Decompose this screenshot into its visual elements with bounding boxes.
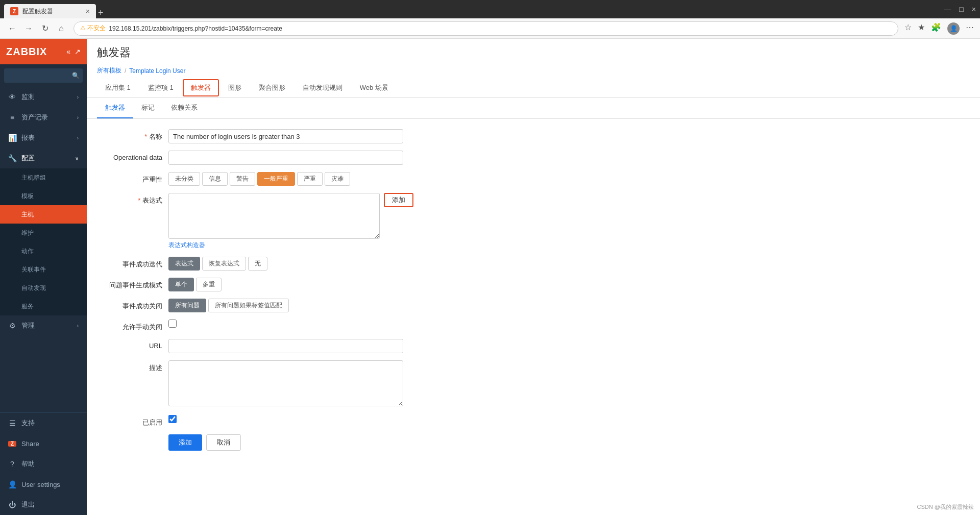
add-expression-button[interactable]: 添加 [384, 193, 413, 207]
submit-button[interactable]: 添加 [168, 434, 202, 451]
event-success-none[interactable]: 无 [248, 257, 267, 271]
settings-menu-icon[interactable]: ⋯ [966, 22, 974, 35]
sidebar-item-host-groups[interactable]: 主机群组 [0, 168, 87, 187]
form-row-severity: 严重性 未分类 信息 警告 一般严重 严重 灾难 [97, 172, 960, 186]
severity-warning[interactable]: 警告 [230, 172, 255, 186]
logo-controls: « ↗ [66, 47, 81, 56]
event-success-expression[interactable]: 表达式 [168, 257, 200, 271]
sidebar-item-label: 管理 [21, 321, 72, 330]
maximize-button[interactable]: □ [959, 5, 963, 13]
description-textarea[interactable] [168, 360, 403, 406]
main-content: 触发器 所有模板 / Template Login User 应用集 1 监控项… [87, 39, 980, 515]
tab-poly-graphs[interactable]: 聚合图形 [251, 79, 293, 97]
severity-buttons: 未分类 信息 警告 一般严重 严重 灾难 [168, 172, 413, 186]
action-buttons: 添加 取消 [97, 434, 960, 451]
url-input[interactable] [168, 339, 403, 353]
breadcrumb-template[interactable]: Template Login User [129, 67, 185, 75]
tab-discovery-rules[interactable]: 自动发现规则 [295, 79, 351, 97]
user-profile-icon[interactable]: 👤 [947, 22, 960, 35]
browser-tabs: Z 配置触发器 × + [4, 0, 104, 18]
chevron-down-icon: ∨ [75, 156, 79, 161]
sidebar-item-config[interactable]: 🔧 配置 ∨ [0, 148, 87, 168]
sub-item-label: 自动发现 [21, 284, 46, 292]
address-url: 192.168.15.201/zabbix/triggers.php?hosti… [109, 25, 282, 32]
sidebar-item-reports[interactable]: 📊 报表 › [0, 128, 87, 148]
sidebar-item-maintenance[interactable]: 维护 [0, 224, 87, 242]
secondary-tab-dependencies[interactable]: 依赖关系 [163, 98, 206, 118]
problem-mode-multiple[interactable]: 多重 [196, 278, 222, 291]
tab-graphs[interactable]: 图形 [220, 79, 250, 97]
tab-close-button[interactable]: × [86, 7, 90, 15]
logout-icon: ⏻ [8, 501, 16, 509]
close-button[interactable]: × [972, 5, 976, 13]
sidebar-collapse-icon[interactable]: « [66, 47, 70, 56]
manual-close-checkbox[interactable] [168, 320, 177, 328]
sidebar-item-services[interactable]: 服务 [0, 297, 87, 315]
severity-high[interactable]: 严重 [297, 172, 323, 186]
sidebar-item-monitoring[interactable]: 👁 监测 › [0, 87, 87, 107]
sidebar-search-input[interactable] [4, 68, 83, 83]
severity-info[interactable]: 信息 [202, 172, 228, 186]
secondary-tab-triggers[interactable]: 触发器 [97, 98, 133, 118]
back-button[interactable]: ← [6, 22, 18, 35]
collections-icon[interactable]: ★ [918, 22, 925, 35]
sub-item-label: 主机 [21, 210, 34, 219]
sidebar-item-event-correlation[interactable]: 关联事件 [0, 260, 87, 279]
expression-textarea[interactable] [168, 193, 380, 239]
expression-builder-link[interactable]: 表达式构造器 [168, 241, 205, 249]
event-close-all[interactable]: 所有问题 [168, 299, 206, 312]
enabled-checkbox[interactable] [168, 415, 177, 423]
sidebar-item-support[interactable]: ☰ 支持 [0, 413, 87, 433]
sidebar-item-auto-discovery[interactable]: 自动发现 [0, 279, 87, 297]
form-container: 名称 Operational data 严重性 未分类 信息 [87, 119, 980, 515]
name-input[interactable] [168, 129, 403, 143]
page-header: 触发器 所有模板 / Template Login User 应用集 1 监控项… [87, 39, 980, 98]
refresh-button[interactable]: ↻ [39, 22, 51, 35]
address-bar[interactable]: ⚠ 不安全 192.168.15.201/zabbix/triggers.php… [74, 21, 898, 36]
tab-web-scenarios[interactable]: Web 场景 [352, 79, 397, 97]
severity-average[interactable]: 一般严重 [257, 172, 295, 186]
sidebar-item-help[interactable]: ? 帮助 [0, 454, 87, 474]
tab-title: 配置触发器 [22, 7, 53, 16]
severity-unclassified[interactable]: 未分类 [168, 172, 200, 186]
problem-mode-single[interactable]: 单个 [168, 278, 194, 291]
sub-item-label: 动作 [21, 247, 34, 256]
breadcrumb-all-templates[interactable]: 所有模板 [97, 66, 121, 75]
enabled-control [168, 415, 413, 423]
sidebar-item-actions[interactable]: 动作 [0, 242, 87, 260]
minimize-button[interactable]: — [944, 5, 951, 13]
bookmark-star-icon[interactable]: ☆ [904, 22, 912, 35]
help-icon: ? [8, 460, 16, 468]
sidebar-item-hosts[interactable]: 主机 [0, 205, 87, 224]
cancel-button[interactable]: 取消 [206, 434, 241, 451]
sidebar-bottom: ☰ 支持 Z Share ? 帮助 👤 User settings ⏻ 退出 [0, 412, 87, 515]
sidebar-item-assets[interactable]: ≡ 资产记录 › [0, 107, 87, 128]
tab-app-sets[interactable]: 应用集 1 [97, 79, 139, 97]
form-row-expression: 表达式 添加 表达式构造器 [97, 193, 960, 250]
tab-triggers[interactable]: 触发器 [183, 79, 219, 96]
home-button[interactable]: ⌂ [55, 22, 67, 35]
sidebar-expand-icon[interactable]: ↗ [75, 47, 81, 56]
sidebar-item-admin[interactable]: ⚙ 管理 › [0, 315, 87, 336]
severity-disaster[interactable]: 灾难 [325, 172, 350, 186]
security-warning-icon: ⚠ 不安全 [80, 24, 106, 33]
operational-data-input[interactable] [168, 151, 403, 165]
event-success-recovery[interactable]: 恢复表达式 [202, 257, 246, 271]
secondary-tab-tags[interactable]: 标记 [133, 98, 163, 118]
sidebar-item-label: 报表 [21, 133, 72, 142]
browser-tab-active[interactable]: Z 配置触发器 × [4, 4, 96, 18]
sidebar-item-logout[interactable]: ⏻ 退出 [0, 495, 87, 515]
sidebar: ZABBIX « ↗ 🔍 👁 监测 › ≡ 资产记录 › [0, 39, 87, 515]
problem-mode-buttons: 单个 多重 [168, 278, 413, 291]
sidebar-item-share[interactable]: Z Share [0, 433, 87, 454]
sub-item-label: 主机群组 [21, 174, 46, 182]
sidebar-item-templates[interactable]: 模板 [0, 187, 87, 205]
new-tab-button[interactable]: + [98, 8, 104, 18]
extensions-icon[interactable]: 🧩 [931, 22, 941, 35]
event-close-tags[interactable]: 所有问题如果标签值匹配 [208, 299, 289, 312]
sidebar-item-user-settings[interactable]: 👤 User settings [0, 474, 87, 495]
form-row-event-success: 事件成功迭代 表达式 恢复表达式 无 [97, 257, 960, 271]
tab-monitors[interactable]: 监控项 1 [140, 79, 182, 97]
reports-icon: 📊 [8, 134, 16, 142]
forward-button[interactable]: → [22, 22, 35, 35]
